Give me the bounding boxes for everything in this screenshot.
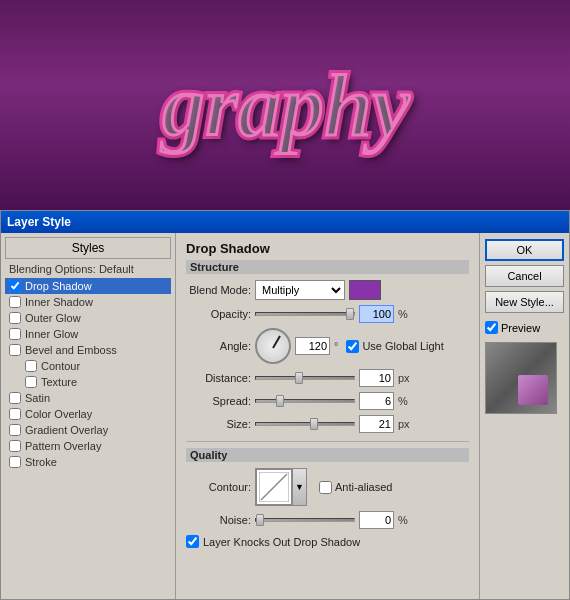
texture-checkbox[interactable] [25,376,37,388]
layer-item-bevel-emboss[interactable]: Bevel and Emboss [5,342,171,358]
inner-shadow-checkbox[interactable] [9,296,21,308]
blend-mode-label: Blend Mode: [186,284,251,296]
quality-section: Quality Contour: ▼ [186,441,469,548]
blending-options-item[interactable]: Blending Options: Default [5,261,171,277]
bevel-emboss-checkbox[interactable] [9,344,21,356]
size-slider-track[interactable] [255,422,355,426]
distance-input[interactable] [359,369,394,387]
layer-style-dialog: Layer Style Styles Blending Options: Def… [0,210,570,600]
preview-box [485,342,557,414]
inner-glow-checkbox[interactable] [9,328,21,340]
distance-slider-thumb[interactable] [295,372,303,384]
noise-slider-track[interactable] [255,518,355,522]
use-global-light-label: Use Global Light [346,340,443,353]
gradient-overlay-checkbox[interactable] [9,424,21,436]
blend-mode-select[interactable]: Multiply [255,280,345,300]
layer-item-outer-glow[interactable]: Outer Glow [5,310,171,326]
new-style-button[interactable]: New Style... [485,291,564,313]
noise-row: Noise: % [186,511,469,529]
layer-item-pattern-overlay[interactable]: Pattern Overlay [5,438,171,454]
outer-glow-checkbox[interactable] [9,312,21,324]
quality-subtitle: Quality [186,448,469,462]
distance-unit: px [398,372,416,384]
noise-slider-thumb[interactable] [256,514,264,526]
size-unit: px [398,418,416,430]
satin-checkbox[interactable] [9,392,21,404]
ok-button[interactable]: OK [485,239,564,261]
spread-unit: % [398,395,416,407]
knock-out-row: Layer Knocks Out Drop Shadow [186,535,469,548]
preview-checkbox[interactable] [485,321,498,334]
layer-item-inner-shadow[interactable]: Inner Shadow [5,294,171,310]
angle-input[interactable] [295,337,330,355]
structure-subtitle: Structure [186,260,469,274]
size-label: Size: [186,418,251,430]
preview-label-container: Preview [485,321,564,334]
angle-dial[interactable] [255,328,291,364]
contour-row: Contour: ▼ Anti-aliased [186,468,469,506]
degree-symbol: ° [334,340,338,352]
use-global-light-checkbox[interactable] [346,340,359,353]
opacity-input[interactable] [359,305,394,323]
contour-checkbox[interactable] [25,360,37,372]
section-title: Drop Shadow [186,241,469,256]
size-row: Size: px [186,415,469,433]
opacity-unit: % [398,308,416,320]
noise-input[interactable] [359,511,394,529]
contour-button[interactable]: ▼ [255,468,307,506]
size-slider-thumb[interactable] [310,418,318,430]
angle-row: Angle: ° Use Global Light [186,328,469,364]
spread-label: Spread: [186,395,251,407]
drop-shadow-checkbox[interactable] [9,280,21,292]
canvas-preview: graphy [0,0,570,210]
layer-item-gradient-overlay[interactable]: Gradient Overlay [5,422,171,438]
layer-item-texture[interactable]: Texture [5,374,171,390]
spread-input[interactable] [359,392,394,410]
canvas-text: graphy [161,54,409,157]
styles-button[interactable]: Styles [5,237,171,259]
contour-svg [259,472,289,502]
dialog-body: Styles Blending Options: Default Drop Sh… [1,233,569,599]
spread-row: Spread: % [186,392,469,410]
layer-item-satin[interactable]: Satin [5,390,171,406]
distance-row: Distance: px [186,369,469,387]
knock-out-checkbox[interactable] [186,535,199,548]
spread-slider-track[interactable] [255,399,355,403]
cancel-button[interactable]: Cancel [485,265,564,287]
opacity-slider-track[interactable] [255,312,355,316]
dialog-titlebar: Layer Style [1,211,569,233]
layer-item-stroke[interactable]: Stroke [5,454,171,470]
main-content: Drop Shadow Structure Blend Mode: Multip… [176,233,479,599]
layer-item-color-overlay[interactable]: Color Overlay [5,406,171,422]
noise-label: Noise: [186,514,251,526]
contour-preview [256,469,292,505]
dialog-title: Layer Style [7,215,71,229]
pattern-overlay-checkbox[interactable] [9,440,21,452]
anti-aliased-checkbox[interactable] [319,481,332,494]
left-panel: Styles Blending Options: Default Drop Sh… [1,233,176,599]
stroke-checkbox[interactable] [9,456,21,468]
color-swatch[interactable] [349,280,381,300]
noise-unit: % [398,514,416,526]
distance-label: Distance: [186,372,251,384]
layer-item-contour[interactable]: Contour [5,358,171,374]
size-input[interactable] [359,415,394,433]
distance-slider-track[interactable] [255,376,355,380]
spread-slider-thumb[interactable] [276,395,284,407]
contour-label: Contour: [186,481,251,493]
contour-dropdown-arrow[interactable]: ▼ [292,469,306,505]
opacity-row: Opacity: % [186,305,469,323]
layer-item-drop-shadow[interactable]: Drop Shadow [5,278,171,294]
angle-label: Angle: [186,340,251,352]
opacity-slider-thumb[interactable] [346,308,354,320]
blend-mode-row: Blend Mode: Multiply [186,280,469,300]
right-buttons-panel: OK Cancel New Style... Preview [479,233,569,599]
opacity-label: Opacity: [186,308,251,320]
anti-aliased-label: Anti-aliased [319,481,392,494]
color-overlay-checkbox[interactable] [9,408,21,420]
layer-item-inner-glow[interactable]: Inner Glow [5,326,171,342]
